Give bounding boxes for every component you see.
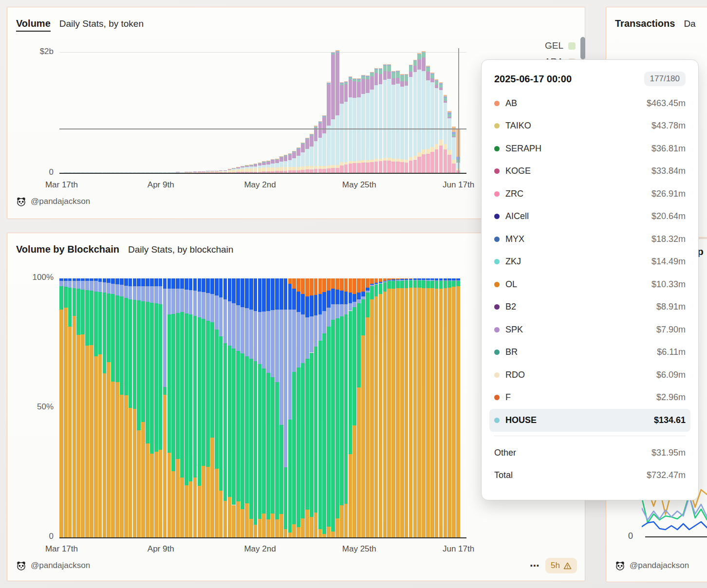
tooltip-row-taiko: TAIKO$43.78m	[489, 115, 690, 138]
warning-icon	[563, 562, 572, 570]
token-value: $10.33m	[651, 279, 686, 290]
series-color-dot	[494, 372, 500, 378]
token-value: $43.78m	[651, 121, 686, 131]
legend-swatch-gel	[568, 42, 576, 50]
token-label: OL	[505, 279, 651, 290]
token-label: HOUSE	[505, 415, 654, 425]
series-color-dot	[494, 282, 500, 287]
tooltip-row-zrc: ZRC$26.91m	[489, 183, 690, 205]
volume-chart-plot-area[interactable]	[59, 47, 466, 173]
blockchain-panel-title[interactable]: Volume by Blockchain	[16, 244, 119, 255]
series-color-dot	[494, 418, 500, 423]
transactions-panel-subtitle: Da	[684, 18, 695, 29]
token-label: ZKJ	[505, 257, 651, 267]
tooltip-counter-badge: 177/180	[644, 72, 686, 86]
footer-value: $31.95m	[651, 448, 686, 458]
token-value: $33.84m	[651, 166, 686, 176]
token-label: SPK	[505, 325, 656, 335]
tooltip-row-ol: OL$10.33m	[489, 273, 690, 296]
token-label: AICell	[505, 211, 651, 221]
token-value: $6.11m	[657, 347, 686, 357]
series-color-dot	[494, 168, 500, 174]
token-value: $463.45m	[647, 98, 686, 109]
series-color-dot	[494, 259, 500, 264]
token-value: $36.81m	[651, 144, 686, 154]
tooltip-row-koge: KOGE$33.84m	[489, 160, 690, 183]
legend-item-gel[interactable]: GEL	[512, 40, 576, 51]
blockchain-panel-header: Volume by Blockchain Daily Stats, by blo…	[16, 244, 233, 255]
tooltip-divider	[494, 436, 686, 436]
blockchain-panel-subtitle: Daily Stats, by blockchain	[128, 244, 234, 255]
tooltip-row-f: F$2.96m	[489, 386, 690, 409]
token-label: F	[505, 392, 656, 403]
legend-scrollbar-thumb[interactable]	[580, 37, 585, 59]
line-series-blue	[642, 522, 707, 530]
token-value: $14.49m	[651, 257, 686, 267]
mini-chart-zero-label: 0	[604, 531, 633, 541]
tooltip-rows: AB$463.45mTAIKO$43.78mSERAPH$36.81mKOGE$…	[494, 92, 686, 432]
series-color-dot	[494, 123, 500, 129]
footer-value: $732.47m	[647, 470, 686, 480]
transactions-panel-header: Transactions Da	[615, 18, 696, 29]
blockchain-attribution: @pandajackson	[17, 561, 90, 570]
token-label: B2	[505, 302, 656, 312]
stale-hours: 5h	[551, 561, 560, 570]
transactions-panel-title[interactable]: Transactions	[615, 18, 675, 29]
token-label: ZRC	[505, 189, 651, 199]
tooltip-row-spk: SPK$7.90m	[489, 318, 690, 341]
volume-panel-subtitle: Daily Stats, by token	[59, 18, 144, 29]
token-label: KOGE	[505, 166, 651, 176]
tooltip-row-rdo: RDO$6.09m	[489, 364, 690, 386]
token-label: RDO	[505, 370, 656, 380]
token-label: AB	[505, 98, 647, 109]
panda-icon	[17, 197, 26, 206]
tooltip-row-ab: AB$463.45m	[489, 92, 690, 115]
tooltip-row-b2: B2$8.91m	[489, 296, 690, 319]
stale-data-badge[interactable]: 5h	[545, 558, 577, 573]
series-color-dot	[494, 237, 500, 242]
tooltip-header: 2025-06-17 00:00 177/180	[494, 72, 686, 86]
token-value: $2.96m	[656, 392, 686, 403]
panda-icon	[615, 561, 625, 570]
token-value: $26.91m	[651, 189, 686, 199]
token-label: SERAPH	[505, 144, 651, 154]
attribution-handle[interactable]: @pandajackson	[630, 561, 689, 570]
token-label: TAIKO	[505, 121, 651, 131]
footer-label: Total	[494, 470, 647, 480]
panel-menu-button[interactable]: ⋯	[530, 560, 540, 571]
attribution-handle[interactable]: @pandajackson	[31, 561, 90, 570]
tooltip-row-aicell: AICell$20.64m	[489, 205, 690, 228]
series-color-dot	[494, 191, 500, 197]
tooltip-row-zkj: ZKJ$14.49m	[489, 251, 690, 274]
blockchain-chart-plot-area[interactable]	[59, 273, 466, 538]
tooltip-row-seraph: SERAPH$36.81m	[489, 137, 690, 160]
volume-panel-header: Volume Daily Stats, by token	[16, 18, 144, 32]
token-value: $20.64m	[651, 211, 686, 221]
series-color-dot	[494, 146, 500, 151]
tooltip-footer-row-other: Other$31.95m	[494, 442, 686, 464]
tooltip-row-myx: MYX$18.32m	[489, 228, 690, 251]
mini-chart-axis	[645, 536, 707, 537]
token-value: $8.91m	[656, 302, 686, 312]
tooltip-date: 2025-06-17 00:00	[494, 74, 572, 85]
token-value: $134.61	[654, 415, 686, 425]
volume-attribution: @pandajackson	[17, 197, 90, 206]
tooltip-row-house: HOUSE$134.61	[489, 409, 690, 432]
legend-label: GEL	[545, 40, 563, 51]
tooltip-footer-row-total: Total$732.47m	[494, 464, 686, 487]
series-color-dot	[494, 395, 500, 400]
series-color-dot	[494, 304, 500, 310]
series-color-dot	[494, 349, 500, 355]
token-label: MYX	[505, 234, 651, 244]
series-color-dot	[494, 327, 500, 332]
panda-icon	[17, 561, 26, 570]
tooltip-footer: Other$31.95mTotal$732.47m	[494, 442, 686, 487]
volume-panel-title[interactable]: Volume	[16, 18, 51, 32]
series-color-dot	[494, 101, 500, 106]
footer-label: Other	[494, 448, 651, 458]
chart-tooltip: 2025-06-17 00:00 177/180 AB$463.45mTAIKO…	[481, 59, 699, 500]
attribution-handle[interactable]: @pandajackson	[31, 197, 90, 206]
token-value: $6.09m	[656, 370, 686, 380]
tooltip-row-br: BR$6.11m	[489, 341, 690, 364]
transactions-attribution: @pandajackson	[615, 561, 689, 570]
